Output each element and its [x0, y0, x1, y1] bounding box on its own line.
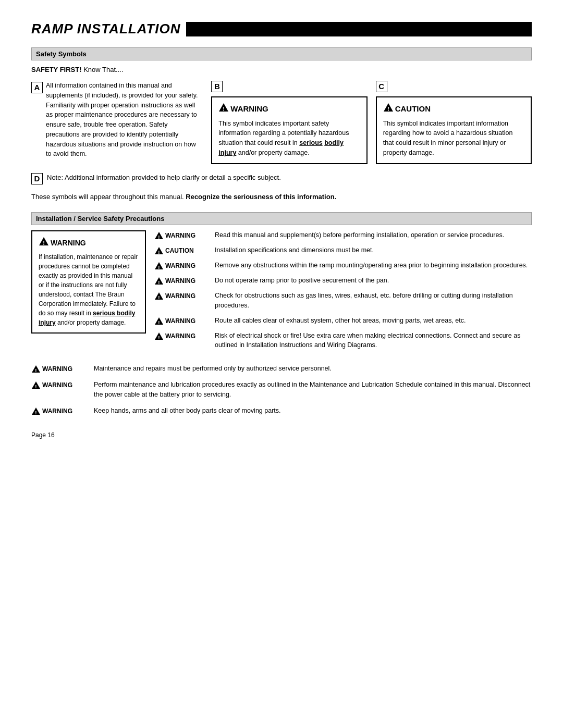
svg-text:!: ! [158, 234, 160, 240]
svg-text:!: ! [158, 294, 160, 300]
install-row-3-text: Do not operate ramp prior to positive se… [215, 276, 532, 286]
abc-symbols-row: A All information contained in this manu… [31, 81, 532, 164]
svg-text:!: ! [158, 249, 160, 255]
install-row-0-text: Read this manual and supplement(s) befor… [215, 230, 532, 240]
svg-text:!: ! [43, 240, 45, 246]
svg-text:!: ! [158, 264, 160, 270]
svg-text:!: ! [35, 384, 36, 389]
page-title-row: RAMP INSTALLATION [31, 21, 532, 37]
bottom-row-1: ! WARNING Perform maintenance and lubric… [31, 380, 532, 400]
caution-c-header: ! CAUTION [383, 103, 524, 116]
caution-box-c: ! CAUTION This symbol indicates importan… [376, 96, 532, 164]
bottom-row-1-text: Perform maintenance and lubrication proc… [94, 380, 532, 400]
svg-text:!: ! [35, 367, 36, 373]
safety-first-bold: SAFETY FIRST! [31, 66, 82, 73]
installation-header: Installation / Service Safety Precaution… [31, 212, 532, 225]
safety-first-rest: Know That.... [82, 66, 124, 73]
install-warning-header: ! WARNING [39, 237, 139, 249]
install-row-4-text: Check for obstructions such as gas lines… [215, 291, 532, 311]
bottom-warnings: ! WARNING Maintenance and repairs must b… [31, 364, 532, 416]
seriousness-text: These symbols will appear throughout thi… [31, 193, 184, 201]
safety-first-line: SAFETY FIRST! Know That.... [31, 66, 532, 73]
install-row-6-label: ! WARNING [154, 331, 212, 341]
install-warning-text: If installation, maintenance or repair p… [39, 252, 139, 327]
warning-b-serious: serious [299, 139, 322, 146]
install-left: ! WARNING If installation, maintenance o… [31, 230, 146, 334]
svg-text:!: ! [35, 409, 36, 415]
install-row-2: ! WARNING Remove any obstructions within… [154, 261, 532, 270]
install-row-5: ! WARNING Route all cables clear of exha… [154, 316, 532, 326]
warning-b-icon: ! [218, 103, 229, 116]
install-row-5-label: ! WARNING [154, 316, 212, 326]
install-row-1-label: ! CAUTION [154, 246, 212, 255]
install-row-2-label: ! WARNING [154, 261, 212, 270]
warning-box-b: ! WARNING This symbol indicates importan… [211, 96, 367, 164]
svg-text:!: ! [223, 106, 225, 112]
install-row-3-label: ! WARNING [154, 276, 212, 286]
seriousness-bold: Recognize the seriousness of this inform… [184, 193, 337, 201]
install-row-4-label: ! WARNING [154, 291, 212, 301]
label-b: B [211, 81, 223, 92]
install-row-0-label: ! WARNING [154, 231, 212, 240]
col-b: B ! WARNING This symbol indicates import… [211, 81, 367, 164]
install-row-0: ! WARNING Read this manual and supplemen… [154, 230, 532, 240]
label-c: C [376, 81, 387, 92]
install-row-6: ! WARNING Risk of electrical shock or fi… [154, 331, 532, 351]
install-row-4: ! WARNING Check for obstructions such as… [154, 291, 532, 311]
install-right: ! WARNING Read this manual and supplemen… [154, 230, 532, 355]
install-warning-box: ! WARNING If installation, maintenance o… [31, 230, 146, 334]
svg-text:!: ! [387, 106, 389, 112]
title-bar-decoration [186, 22, 532, 36]
col-a-text: All information contained in this manual… [46, 81, 203, 159]
caution-c-text: This symbol indicates important informat… [383, 119, 524, 158]
page-title: RAMP INSTALLATION [31, 21, 181, 37]
col-a: A All information contained in this manu… [31, 81, 203, 159]
label-a: A [31, 82, 43, 93]
install-row-5-text: Route all cables clear of exhaust system… [215, 316, 532, 326]
bottom-row-2-text: Keep hands, arms and all other body part… [94, 406, 532, 416]
bottom-row-2-label: ! WARNING [31, 406, 89, 416]
bottom-row-0-label: ! WARNING [31, 364, 89, 374]
caution-c-icon: ! [383, 103, 394, 116]
safety-symbols-header: Safety Symbols [31, 47, 532, 60]
col-c: C ! CAUTION This symbol indicates import… [376, 81, 532, 164]
warning-b-text: This symbol indicates important safety i… [218, 119, 360, 158]
bottom-row-0-text: Maintenance and repairs must be performe… [94, 364, 532, 374]
warning-b-header: ! WARNING [218, 103, 360, 116]
label-d: D [31, 173, 43, 184]
page-number: Page 16 [31, 431, 532, 439]
note-d-text: Note: Additional information provided to… [47, 172, 281, 183]
install-row-2-text: Remove any obstructions within the ramp … [215, 261, 532, 270]
svg-text:!: ! [158, 334, 160, 340]
install-serious: serious bodily injury [39, 310, 135, 326]
note-d-row: D Note: Additional information provided … [31, 172, 532, 184]
warning-b-bodily: bodily injury [218, 139, 344, 156]
install-row-1-text: Installation specifications and dimensio… [215, 245, 532, 255]
install-warning-icon: ! [39, 237, 49, 249]
seriousness-para: These symbols will appear throughout thi… [31, 192, 532, 202]
install-content: ! WARNING If installation, maintenance o… [31, 230, 532, 355]
bottom-row-2: ! WARNING Keep hands, arms and all other… [31, 406, 532, 416]
bottom-row-0: ! WARNING Maintenance and repairs must b… [31, 364, 532, 374]
svg-text:!: ! [158, 319, 160, 325]
installation-section: Installation / Service Safety Precaution… [31, 212, 532, 355]
install-row-1: ! CAUTION Installation specifications an… [154, 245, 532, 255]
install-row-3: ! WARNING Do not operate ramp prior to p… [154, 276, 532, 286]
install-row-6-text: Risk of electrical shock or fire! Use ex… [215, 331, 532, 351]
svg-text:!: ! [158, 279, 160, 285]
bottom-row-1-label: ! WARNING [31, 380, 89, 390]
